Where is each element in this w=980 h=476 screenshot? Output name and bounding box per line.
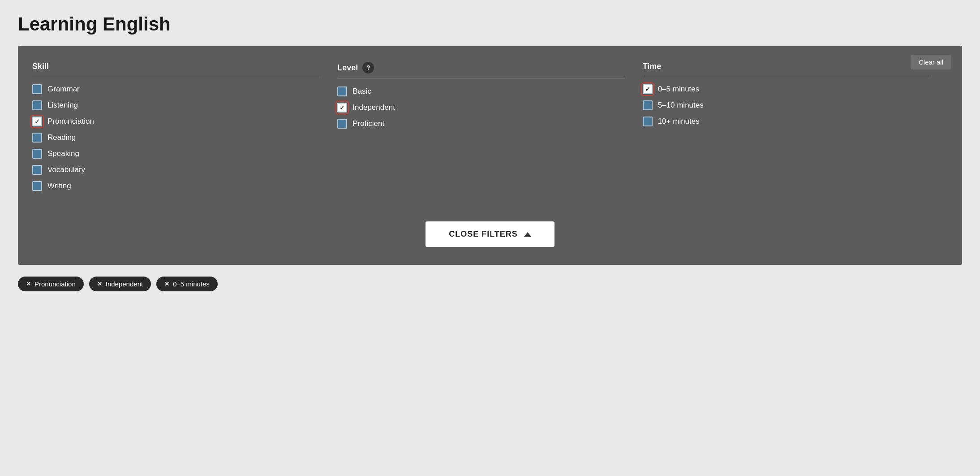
remove-pronunciation-icon[interactable]: ✕ xyxy=(26,281,31,287)
basic-label: Basic xyxy=(352,87,371,96)
filter-panel: Clear all Skill Grammar Listening Pronun… xyxy=(18,46,962,265)
filter-item-listening[interactable]: Listening xyxy=(32,100,319,110)
close-filters-label: CLOSE FILTERS xyxy=(449,229,518,239)
independent-label: Independent xyxy=(352,103,395,112)
active-filter-0-5-minutes[interactable]: ✕ 0–5 minutes xyxy=(156,277,218,291)
vocabulary-label: Vocabulary xyxy=(47,165,85,174)
independent-checkbox[interactable] xyxy=(337,103,347,113)
active-filter-independent[interactable]: ✕ Independent xyxy=(89,277,151,291)
filter-item-pronunciation[interactable]: Pronunciation xyxy=(32,117,319,126)
pronunciation-checkbox[interactable] xyxy=(32,117,42,126)
filter-item-10-plus-minutes[interactable]: 10+ minutes xyxy=(643,117,930,126)
filter-columns: Skill Grammar Listening Pronunciation R xyxy=(32,62,948,191)
active-filter-pronunciation[interactable]: ✕ Pronunciation xyxy=(18,277,84,291)
skill-column: Skill Grammar Listening Pronunciation R xyxy=(32,62,337,191)
clear-all-button[interactable]: Clear all xyxy=(911,55,951,69)
filter-item-reading[interactable]: Reading xyxy=(32,133,319,143)
pronunciation-label: Pronunciation xyxy=(47,117,94,126)
proficient-checkbox[interactable] xyxy=(337,119,347,129)
time-column-header: Time xyxy=(643,62,930,76)
writing-checkbox[interactable] xyxy=(32,181,42,191)
filter-item-speaking[interactable]: Speaking xyxy=(32,149,319,159)
time-filter-items: 0–5 minutes 5–10 minutes 10+ minutes xyxy=(643,84,930,126)
chevron-up-icon xyxy=(524,232,531,237)
time-column: Time 0–5 minutes 5–10 minutes 10+ minute… xyxy=(643,62,948,191)
filter-item-proficient[interactable]: Proficient xyxy=(337,119,624,129)
filter-item-independent[interactable]: Independent xyxy=(337,103,624,113)
active-filter-independent-label: Independent xyxy=(106,280,143,288)
level-help-icon[interactable]: ? xyxy=(362,62,374,74)
5-10-minutes-label: 5–10 minutes xyxy=(658,101,704,110)
vocabulary-checkbox[interactable] xyxy=(32,165,42,175)
close-filters-wrapper: CLOSE FILTERS xyxy=(32,205,948,251)
reading-label: Reading xyxy=(47,133,76,142)
level-column: Level ? Basic Independent Proficient xyxy=(337,62,642,191)
skill-filter-items: Grammar Listening Pronunciation Reading … xyxy=(32,84,319,191)
filter-item-grammar[interactable]: Grammar xyxy=(32,84,319,94)
0-5-minutes-checkbox[interactable] xyxy=(643,84,653,94)
basic-checkbox[interactable] xyxy=(337,87,347,96)
filter-item-vocabulary[interactable]: Vocabulary xyxy=(32,165,319,175)
filter-item-5-10-minutes[interactable]: 5–10 minutes xyxy=(643,100,930,110)
page-title: Learning English xyxy=(18,13,962,35)
proficient-label: Proficient xyxy=(352,119,384,128)
10-plus-minutes-label: 10+ minutes xyxy=(658,117,700,126)
level-filter-items: Basic Independent Proficient xyxy=(337,87,624,129)
10-plus-minutes-checkbox[interactable] xyxy=(643,117,653,126)
grammar-checkbox[interactable] xyxy=(32,84,42,94)
skill-column-header: Skill xyxy=(32,62,319,76)
active-filter-pronunciation-label: Pronunciation xyxy=(34,280,76,288)
5-10-minutes-checkbox[interactable] xyxy=(643,100,653,110)
level-column-header: Level ? xyxy=(337,62,624,78)
listening-label: Listening xyxy=(47,101,78,110)
writing-label: Writing xyxy=(47,182,71,190)
filter-item-0-5-minutes[interactable]: 0–5 minutes xyxy=(643,84,930,94)
remove-0-5-minutes-icon[interactable]: ✕ xyxy=(164,281,169,287)
speaking-label: Speaking xyxy=(47,149,79,158)
listening-checkbox[interactable] xyxy=(32,100,42,110)
filter-item-writing[interactable]: Writing xyxy=(32,181,319,191)
active-filter-0-5-minutes-label: 0–5 minutes xyxy=(173,280,210,288)
speaking-checkbox[interactable] xyxy=(32,149,42,159)
grammar-label: Grammar xyxy=(47,85,80,94)
remove-independent-icon[interactable]: ✕ xyxy=(97,281,102,287)
level-header-label: Level xyxy=(337,63,358,73)
close-filters-button[interactable]: CLOSE FILTERS xyxy=(426,221,554,247)
reading-checkbox[interactable] xyxy=(32,133,42,143)
active-filters-bar: ✕ Pronunciation ✕ Independent ✕ 0–5 minu… xyxy=(18,272,962,296)
0-5-minutes-label: 0–5 minutes xyxy=(658,85,700,94)
time-header-label: Time xyxy=(643,62,662,71)
skill-header-label: Skill xyxy=(32,62,49,71)
filter-item-basic[interactable]: Basic xyxy=(337,87,624,96)
